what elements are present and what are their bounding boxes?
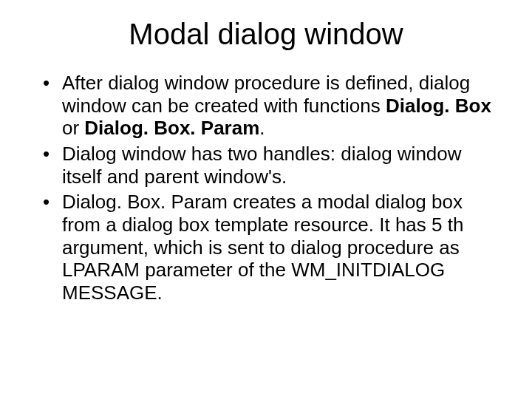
- bullet-text: .: [259, 117, 265, 139]
- bullet-text: or: [62, 117, 84, 139]
- bullet-list: After dialog window procedure is defined…: [30, 72, 502, 304]
- slide-title: Modal dialog window: [30, 18, 502, 51]
- bullet-text: Dialog window has two handles: dialog wi…: [62, 143, 462, 188]
- list-item: Dialog. Box. Param creates a modal dialo…: [43, 191, 495, 304]
- slide: Modal dialog window After dialog window …: [0, 0, 532, 399]
- list-item: After dialog window procedure is defined…: [43, 72, 495, 140]
- bullet-bold: Dialog. Box. Param: [84, 117, 259, 139]
- list-item: Dialog window has two handles: dialog wi…: [43, 143, 495, 188]
- bullet-bold: Dialog. Box: [386, 95, 491, 117]
- bullet-text: Dialog. Box. Param creates a modal dialo…: [62, 191, 463, 304]
